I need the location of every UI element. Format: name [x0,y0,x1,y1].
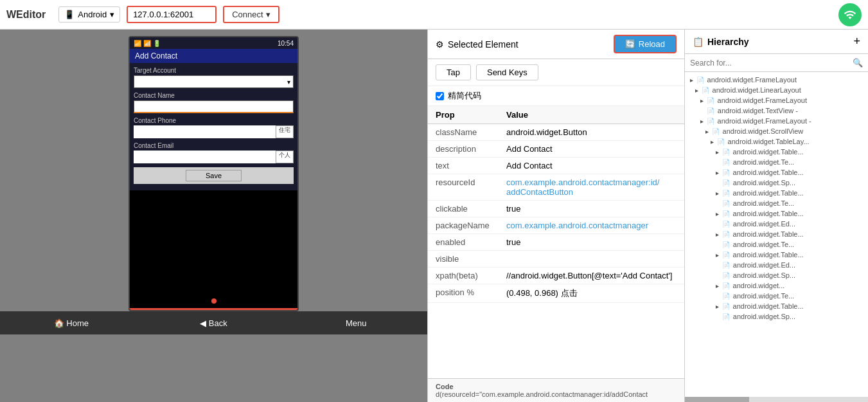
tree-node[interactable]: 📄 android.widget.Te... [685,157,868,167]
prop-row: position %(0.498, 0.968) 点击 [428,284,684,303]
target-account-input[interactable]: ▾ [134,75,294,88]
tree-node[interactable]: ▸ 📄 android.widget.FrameLayout - [685,116,868,126]
reload-button[interactable]: 🔄 Reload [614,35,677,53]
tree-node-label: android.widget.Te... [733,158,794,166]
tree-node[interactable]: ▸ 📄 android.widget.LinearLayout [685,85,868,95]
tree-node[interactable]: 📄 android.widget.TextView - [685,105,868,116]
send-keys-button[interactable]: Send Keys [476,64,538,80]
tree-node[interactable]: ▸ 📄 android.widget.Table... [685,208,868,219]
action-buttons: Tap Send Keys [428,59,684,86]
tree-node-icon: 📄 [722,303,732,310]
tree-node-icon: 📄 [722,313,732,320]
tree-node-icon: 📄 [702,87,711,94]
device-selector[interactable]: 📱 Android ▾ [58,6,120,23]
topbar: WEditor 📱 Android ▾ Connect ▾ [0,0,868,30]
tree-expander: ▸ [700,97,705,104]
save-button[interactable]: Save [186,170,242,181]
hierarchy-search-input[interactable] [690,59,850,68]
tree-node[interactable]: ▸ 📄 android.widget.Table... [685,147,868,157]
tree-node[interactable]: 📄 android.widget.Sp... [685,178,868,188]
prop-value: com.example.android.contactmanager [499,217,684,234]
tree-node[interactable]: 📄 android.widget.Te... [685,239,868,250]
tree-node-icon: 📄 [712,128,722,135]
tree-node[interactable]: ▸ 📄 android.widget... [685,280,868,291]
prop-name: position % [428,284,499,303]
prop-name: className [428,124,499,141]
contact-email-field: Contact Email 个人 [134,142,294,163]
hierarchy-scrollbar [685,397,868,402]
tree-node[interactable]: ▸ 📄 android.widget.FrameLayout [685,75,868,85]
add-contact-header: Add Contact [130,49,297,63]
tree-node[interactable]: 📄 android.widget.Ed... [685,219,868,229]
prop-value: (0.498, 0.968) 点击 [499,284,684,303]
tree-node-icon: 📄 [707,107,716,114]
search-icon[interactable]: 🔍 [853,58,863,68]
menu-button[interactable]: Menu [285,313,427,333]
tree-node-label: android.widget.Ed... [733,261,795,269]
tree-node[interactable]: ▸ 📄 android.widget.Table... [685,250,868,260]
hierarchy-tree: ▸ 📄 android.widget.FrameLayout▸ 📄 androi… [685,72,868,397]
contact-name-field: Contact Name [134,92,294,113]
tree-node-icon: 📄 [722,190,732,197]
prop-value: Add Contact [499,141,684,158]
tree-node-label: android.widget.Table... [733,302,804,310]
prop-name: clickable [428,201,499,217]
tree-node-label: android.widget.Table... [733,189,804,197]
tree-node-icon: 📄 [707,97,716,104]
prop-name: description [428,141,499,158]
tree-node[interactable]: 📄 android.widget.Sp... [685,270,868,280]
tree-node[interactable]: ▸ 📄 android.widget.FrameLayout [685,95,868,105]
simplify-code-toggle[interactable]: 精简代码 [428,86,684,106]
tree-node[interactable]: ▸ 📄 android.widget.Table... [685,167,868,178]
contact-email-label: Contact Email [134,142,294,149]
tree-expander: ▸ [716,169,721,176]
device-content: Add Contact Target Account ▾ Contact Nam… [130,49,297,310]
add-node-button[interactable]: + [853,35,860,48]
tree-node-label: android.widget.Table... [733,251,804,259]
tree-node[interactable]: 📄 android.widget.Sp... [685,311,868,322]
tree-node-label: android.widget.ScrollView [723,127,804,135]
connect-label: Connect [232,10,263,19]
home-button[interactable]: 🏠 Home [0,313,143,333]
tree-node-label: android.widget.Sp... [733,271,795,279]
back-button[interactable]: ◀ Back [143,313,285,333]
device-screen: 📶 📶 🔋 10:54 Add Contact Target Account ▾ [128,36,299,311]
prop-row: visible [428,251,684,268]
contact-name-input[interactable] [134,100,294,113]
contact-phone-label: Contact Phone [134,117,294,124]
tree-node[interactable]: 📄 android.widget.Te... [685,291,868,301]
tree-node-icon: 📄 [717,138,727,145]
tap-button[interactable]: Tap [436,64,471,80]
device-statusbar: 📶 📶 🔋 10:54 [130,37,297,49]
tree-node-label: android.widget.Table... [733,230,804,238]
wifi-icon [838,3,862,26]
connect-button[interactable]: Connect ▾ [223,6,279,23]
email-type-btn[interactable]: 个人 [276,151,294,163]
prop-name: xpath(beta) [428,268,499,284]
phone-type-btn[interactable]: 住宅 [276,125,294,138]
tree-node[interactable]: ▸ 📄 android.widget.ScrollView [685,126,868,136]
dropdown-arrow: ▾ [266,10,270,19]
hierarchy-title: Hierarchy [707,37,749,47]
tree-expander: ▸ [711,138,716,145]
contact-phone-row: 住宅 [134,125,294,138]
tree-expander: ▸ [716,149,721,156]
tree-node[interactable]: ▸ 📄 android.widget.TableLay... [685,136,868,147]
contact-email-input[interactable] [134,151,276,163]
status-icons: 📶 📶 🔋 [134,40,161,47]
tree-node[interactable]: 📄 android.widget.Te... [685,198,868,208]
prop-row: clickabletrue [428,201,684,217]
simplify-code-checkbox[interactable] [436,92,444,100]
tree-node[interactable]: ▸ 📄 android.widget.Table... [685,301,868,311]
tree-expander: ▸ [716,303,721,310]
tree-node[interactable]: ▸ 📄 android.widget.Table... [685,229,868,239]
tree-node-label: android.widget.Sp... [733,313,795,320]
tree-node[interactable]: 📄 android.widget.Ed... [685,260,868,270]
tree-node[interactable]: ▸ 📄 android.widget.Table... [685,188,868,198]
ip-input[interactable] [127,6,217,23]
horizontal-scrollbar[interactable] [685,397,749,402]
tree-node-icon: 📄 [722,159,732,166]
device-panel: 📶 📶 🔋 10:54 Add Contact Target Account ▾ [0,30,427,402]
simplify-code-label: 精简代码 [448,90,481,102]
contact-phone-input[interactable] [134,125,276,138]
